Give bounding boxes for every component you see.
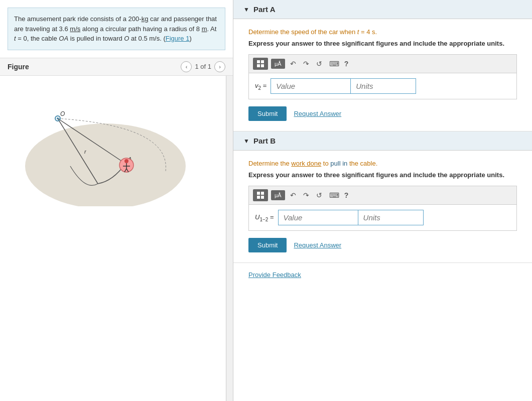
figure-header: Figure ‹ 1 of 1 › <box>0 58 233 76</box>
part-b-help-button[interactable]: ? <box>344 191 349 199</box>
part-a-value-input[interactable] <box>271 78 351 94</box>
part-a-units-input[interactable] <box>351 78 416 94</box>
unit-kg: kg <box>142 15 149 23</box>
part-b-answer-box: U1−2 = <box>248 204 517 231</box>
grid-icon-b <box>256 191 264 199</box>
svg-point-9 <box>124 159 128 163</box>
part-b-toolbar: μÅ ↶ ↷ ↺ ⌨ ? <box>248 186 517 204</box>
part-a-redo-button[interactable]: ↷ <box>301 59 311 69</box>
unit-ms: m/s <box>70 25 80 33</box>
figure-page-indicator: 1 of 1 <box>195 63 211 70</box>
svg-rect-20 <box>257 196 260 199</box>
part-b-header: ▼ Part B <box>233 131 532 151</box>
svg-rect-14 <box>257 60 260 63</box>
part-a-section: ▼ Part A Determine the speed of the car … <box>233 0 532 131</box>
part-a-grid-button[interactable] <box>253 58 268 70</box>
part-a-mu-button[interactable]: μÅ <box>271 59 285 69</box>
figure-scrollbar[interactable] <box>226 76 233 402</box>
part-b-label: U1−2 = <box>255 213 274 222</box>
part-b-request-answer-button[interactable]: Request Answer <box>294 241 341 249</box>
svg-point-0 <box>25 123 186 206</box>
svg-rect-18 <box>257 192 260 195</box>
left-panel: The amusement park ride consists of a 20… <box>0 0 233 401</box>
part-b-keyboard-button[interactable]: ⌨ <box>327 190 341 200</box>
part-b-question: Determine the work done to pull in the c… <box>248 160 517 167</box>
right-panel: ▼ Part A Determine the speed of the car … <box>233 0 532 401</box>
svg-rect-16 <box>257 64 260 67</box>
part-a-question: Determine the speed of the car when t = … <box>248 28 517 36</box>
part-b-submit-button[interactable]: Submit <box>248 238 287 252</box>
provide-feedback-link[interactable]: Provide Feedback <box>248 271 301 279</box>
part-a-header: ▼ Part A <box>233 0 532 19</box>
figure-canvas: O A r <box>0 76 226 402</box>
part-a-collapse-icon[interactable]: ▼ <box>243 6 249 13</box>
part-b-collapse-icon[interactable]: ▼ <box>243 138 249 145</box>
part-b-refresh-button[interactable]: ↺ <box>314 190 324 200</box>
part-a-refresh-button[interactable]: ↺ <box>314 59 324 69</box>
part-a-instructions: Express your answer to three significant… <box>248 40 517 47</box>
part-b-mu-button[interactable]: μÅ <box>271 190 285 200</box>
part-a-label: v2 = <box>255 82 267 91</box>
figure-next-button[interactable]: › <box>214 61 225 72</box>
provide-feedback[interactable]: Provide Feedback <box>233 263 532 287</box>
part-a-submit-button[interactable]: Submit <box>248 106 287 121</box>
part-b-units-input[interactable] <box>358 210 424 225</box>
part-b-title: Part B <box>253 137 276 145</box>
part-b-value-input[interactable] <box>278 210 358 225</box>
part-a-content: Determine the speed of the car when t = … <box>233 19 532 131</box>
svg-rect-17 <box>261 64 264 67</box>
part-b-undo-button[interactable]: ↶ <box>288 190 298 200</box>
figure-navigation: ‹ 1 of 1 › <box>181 61 225 72</box>
figure-area: O A r <box>0 76 233 402</box>
part-b-grid-button[interactable] <box>253 189 268 201</box>
unit-m: m <box>202 25 207 33</box>
figure-svg: O A r <box>10 86 206 206</box>
svg-rect-19 <box>261 192 264 195</box>
part-a-keyboard-button[interactable]: ⌨ <box>327 59 341 69</box>
part-b-instructions: Express your answer to three significant… <box>248 171 517 179</box>
part-b-question-highlight: work done <box>291 160 321 167</box>
svg-rect-21 <box>261 196 264 199</box>
part-a-toolbar: μÅ ↶ ↷ ↺ ⌨ ? <box>248 54 517 73</box>
part-a-title: Part A <box>253 5 276 14</box>
part-b-question-blue: pull in <box>330 160 347 167</box>
part-b-actions: Submit Request Answer <box>248 238 517 252</box>
part-a-help-button[interactable]: ? <box>344 60 349 68</box>
part-a-undo-button[interactable]: ↶ <box>288 59 298 69</box>
problem-statement: The amusement park ride consists of a 20… <box>8 8 225 50</box>
figure-link[interactable]: Figure 1 <box>166 35 190 42</box>
figure-title: Figure <box>8 63 29 71</box>
part-b-content: Determine the work done to pull in the c… <box>233 151 532 262</box>
part-a-input-area: μÅ ↶ ↷ ↺ ⌨ ? v2 = <box>248 54 517 99</box>
part-b-section: ▼ Part B Determine the work done to pull… <box>233 131 532 263</box>
figure-prev-button[interactable]: ‹ <box>181 61 192 72</box>
part-b-input-area: μÅ ↶ ↷ ↺ ⌨ ? U1−2 = <box>248 186 517 231</box>
grid-icon <box>256 60 264 68</box>
svg-text:O: O <box>60 110 65 117</box>
part-a-actions: Submit Request Answer <box>248 106 517 121</box>
part-a-answer-box: v2 = <box>248 73 517 99</box>
svg-rect-15 <box>261 60 264 63</box>
part-a-request-answer-button[interactable]: Request Answer <box>294 110 341 117</box>
part-b-redo-button[interactable]: ↷ <box>301 190 311 200</box>
svg-point-4 <box>57 117 59 119</box>
